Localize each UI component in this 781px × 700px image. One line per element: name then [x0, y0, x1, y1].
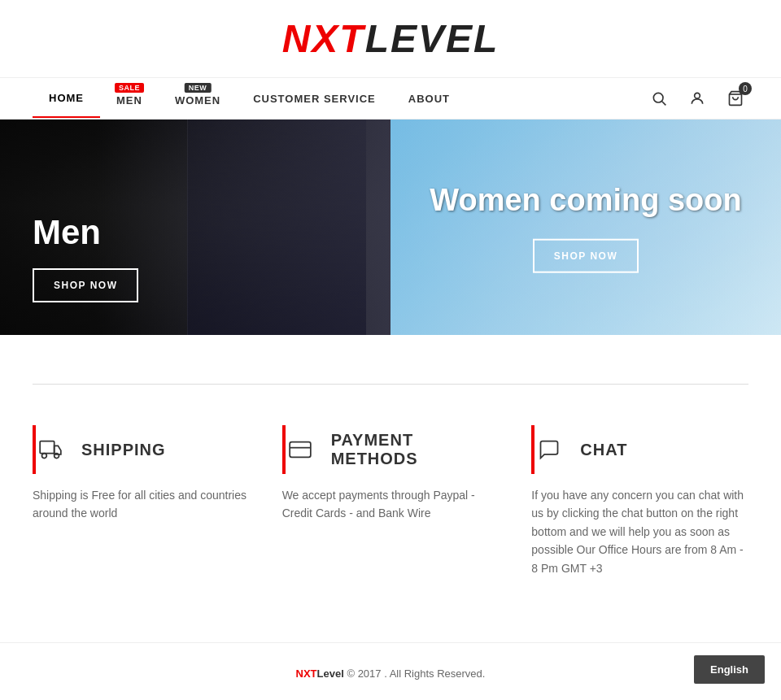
logo-nxt: NXT — [282, 17, 365, 60]
search-icon[interactable] — [646, 85, 672, 111]
svg-point-5 — [42, 454, 47, 459]
footer-nxt: NXT — [296, 667, 317, 680]
svg-rect-4 — [40, 441, 54, 454]
cart-icon[interactable]: 0 — [722, 85, 748, 111]
shipping-icon — [33, 425, 65, 474]
header: NXTLEVEL HOME SALE MEN NEW WOMEN CUSTOME… — [0, 0, 781, 120]
nav-item-men[interactable]: SALE MEN — [100, 78, 159, 119]
svg-point-2 — [695, 93, 700, 98]
hero-men: Men SHOP NOW — [0, 120, 390, 335]
payment-icon — [282, 425, 315, 474]
user-icon[interactable] — [684, 85, 710, 111]
payment-description: We accept payments through Paypal - Cred… — [282, 486, 500, 523]
logo-level: LEVEL — [365, 17, 500, 60]
hero-men-content: Men SHOP NOW — [33, 213, 138, 302]
payment-title: PAYMENT METHODS — [331, 431, 500, 468]
footer-copyright: © 2017 . All Rights Reserved. — [347, 667, 485, 680]
nav-icons: 0 — [646, 85, 748, 111]
footer: NXTLevel © 2017 . All Rights Reserved. — [0, 642, 781, 700]
hero-women-shop-button[interactable]: SHOP NOW — [533, 239, 639, 273]
hero-section: Men SHOP NOW Women coming soon SHOP NOW — [0, 120, 781, 335]
svg-rect-7 — [290, 442, 311, 458]
feature-payment-header: PAYMENT METHODS — [282, 425, 500, 474]
hero-women: Women coming soon SHOP NOW — [390, 120, 781, 335]
features-divider — [33, 384, 748, 385]
nav-item-about[interactable]: ABOUT — [392, 80, 466, 117]
nav-item-home[interactable]: HOME — [33, 80, 100, 118]
hero-women-title: Women coming soon — [430, 181, 742, 219]
footer-level: Level — [317, 667, 344, 680]
nav-item-women[interactable]: NEW WOMEN — [159, 78, 237, 119]
language-button[interactable]: English — [694, 655, 765, 684]
cart-count: 0 — [739, 82, 752, 95]
feature-chat-header: CHAT — [531, 425, 748, 474]
logo[interactable]: NXTLEVEL — [282, 16, 500, 61]
feature-shipping-header: SHIPPING — [33, 425, 250, 474]
badge-new: NEW — [185, 83, 212, 93]
chat-icon — [531, 425, 564, 474]
badge-sale: SALE — [115, 83, 144, 93]
features-section: SHIPPING Shipping is Free for all cities… — [0, 335, 781, 642]
hero-men-shop-button[interactable]: SHOP NOW — [33, 268, 138, 302]
nav-item-customer-service[interactable]: CUSTOMER SERVICE — [237, 80, 392, 117]
shipping-description: Shipping is Free for all cities and coun… — [33, 486, 250, 523]
hero-men-title: Men — [33, 213, 138, 252]
main-nav: HOME SALE MEN NEW WOMEN CUSTOMER SERVICE… — [0, 77, 781, 120]
feature-shipping: SHIPPING Shipping is Free for all cities… — [33, 425, 250, 577]
feature-chat: CHAT If you have any concern you can cha… — [531, 425, 748, 577]
chat-title: CHAT — [580, 441, 627, 459]
nav-links: HOME SALE MEN NEW WOMEN CUSTOMER SERVICE… — [33, 78, 466, 119]
feature-payment: PAYMENT METHODS We accept payments throu… — [282, 425, 500, 577]
hero-women-content: Women coming soon SHOP NOW — [430, 181, 742, 273]
svg-point-0 — [653, 93, 663, 102]
chat-description: If you have any concern you can chat wit… — [531, 486, 748, 577]
svg-line-1 — [662, 102, 666, 106]
features-grid: SHIPPING Shipping is Free for all cities… — [33, 425, 748, 577]
shipping-title: SHIPPING — [81, 441, 166, 459]
